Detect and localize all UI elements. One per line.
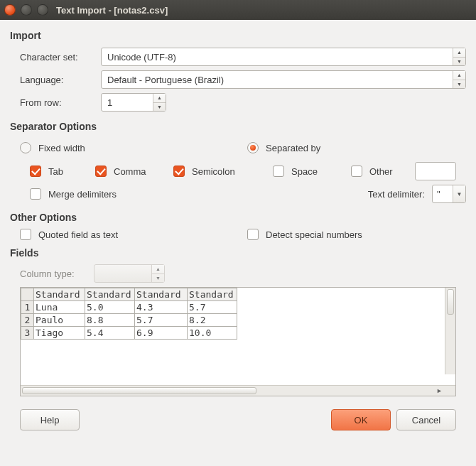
separator-mode-row: Fixed width Separated by <box>20 138 466 158</box>
comma-label: Comma <box>114 166 146 177</box>
section-import-title: Import <box>10 30 466 41</box>
table-row[interactable]: 2 Paulo 8.8 5.7 8.2 <box>21 314 237 327</box>
cancel-button[interactable]: Cancel <box>396 409 456 430</box>
dialog-body: Import Character set: Unicode (UTF-8) ▲▼… <box>0 20 476 439</box>
cell[interactable]: 5.7 <box>135 314 188 327</box>
language-value: Default - Portuguese (Brazil) <box>102 75 453 85</box>
row-number: 3 <box>21 327 34 340</box>
vertical-scrollbar[interactable] <box>445 288 455 374</box>
fromrow-input[interactable]: 1 ▲▼ <box>101 93 166 112</box>
cell[interactable]: 8.2 <box>188 314 237 327</box>
section-separator-title: Separator Options <box>10 121 466 132</box>
scroll-right-icon[interactable]: ► <box>434 386 445 396</box>
other-options-row: Quoted field as text Detect special numb… <box>20 229 466 240</box>
other-label: Other <box>369 166 393 177</box>
cell[interactable]: 6.9 <box>135 327 188 340</box>
semicolon-checkbox[interactable] <box>173 166 185 177</box>
cell[interactable]: Paulo <box>34 314 85 327</box>
table-row[interactable]: 3 Tiago 5.4 6.9 10.0 <box>21 327 237 340</box>
other-checkbox[interactable] <box>351 166 362 177</box>
quoted-as-text-label: Quoted field as text <box>38 229 118 240</box>
language-combo[interactable]: Default - Portuguese (Brazil) ▲▼ <box>101 70 466 89</box>
preview-col-header[interactable]: Standard <box>85 288 135 301</box>
separated-by-radio[interactable] <box>247 142 259 153</box>
fixed-width-label: Fixed width <box>38 143 85 153</box>
preview-col-header[interactable]: Standard <box>135 288 188 301</box>
titlebar: Text Import - [notas2.csv] <box>0 0 476 20</box>
window-close-icon[interactable] <box>4 4 16 16</box>
column-type-combo[interactable]: ▲▼ <box>94 264 165 283</box>
preview-table[interactable]: Standard Standard Standard Standard 1 Lu… <box>21 288 237 340</box>
fromrow-row: From row: 1 ▲▼ <box>20 92 466 112</box>
cell[interactable]: 5.4 <box>85 327 135 340</box>
table-row[interactable]: 1 Luna 5.0 4.3 5.7 <box>21 301 237 314</box>
cell[interactable]: 5.0 <box>85 301 135 314</box>
separated-by-label: Separated by <box>266 143 320 153</box>
fromrow-value: 1 <box>102 97 153 108</box>
row-number: 1 <box>21 301 34 314</box>
text-delimiter-value: " <box>433 189 453 200</box>
detect-special-checkbox[interactable] <box>247 229 259 240</box>
merge-delimiters-checkbox[interactable] <box>30 188 41 200</box>
quoted-as-text-checkbox[interactable] <box>20 229 31 240</box>
tab-checkbox[interactable] <box>30 166 41 177</box>
cell[interactable]: Luna <box>34 301 85 314</box>
charset-combo[interactable]: Unicode (UTF-8) ▲▼ <box>101 48 466 66</box>
fixed-width-radio[interactable] <box>20 142 31 153</box>
other-separator-input[interactable] <box>415 162 456 180</box>
preview-corner <box>21 288 34 301</box>
row-number: 2 <box>21 314 34 327</box>
window-title: Text Import - [notas2.csv] <box>56 5 168 16</box>
language-spin-icon[interactable]: ▲▼ <box>453 71 465 88</box>
preview-col-header[interactable]: Standard <box>188 288 237 301</box>
cell[interactable]: 4.3 <box>135 301 188 314</box>
merge-text-delim-row: Merge delimiters Text delimiter: " ▼ <box>30 185 466 203</box>
comma-checkbox[interactable] <box>95 166 107 177</box>
space-label: Space <box>291 166 318 177</box>
merge-delimiters-label: Merge delimiters <box>48 189 117 200</box>
detect-special-label: Detect special numbers <box>266 229 362 240</box>
scroll-corner <box>445 386 455 396</box>
text-delimiter-combo[interactable]: " ▼ <box>432 185 466 203</box>
cell[interactable]: Tiago <box>34 327 85 340</box>
fromrow-label: From row: <box>20 97 101 108</box>
horizontal-scrollbar[interactable]: ◄ ► <box>21 385 455 396</box>
cell[interactable]: 8.8 <box>85 314 135 327</box>
preview-col-header[interactable]: Standard <box>34 288 85 301</box>
column-type-spin-icon[interactable]: ▲▼ <box>151 265 164 282</box>
dialog-button-row: Help OK Cancel <box>10 396 466 430</box>
column-type-label: Column type: <box>20 269 94 279</box>
window-maximize-icon[interactable] <box>37 4 48 16</box>
charset-row: Character set: Unicode (UTF-8) ▲▼ <box>20 47 466 67</box>
separator-checks: Tab Comma Semicolon Space Other <box>30 162 466 180</box>
charset-value: Unicode (UTF-8) <box>102 52 453 63</box>
fromrow-spin-icon[interactable]: ▲▼ <box>153 94 166 111</box>
cell[interactable]: 5.7 <box>188 301 237 314</box>
semicolon-label: Semicolon <box>192 166 235 177</box>
charset-spin-icon[interactable]: ▲▼ <box>453 48 465 65</box>
ok-button[interactable]: OK <box>331 409 391 430</box>
text-delimiter-label: Text delimiter: <box>368 189 425 200</box>
help-button[interactable]: Help <box>20 409 80 430</box>
section-fields-title: Fields <box>10 247 466 259</box>
language-row: Language: Default - Portuguese (Brazil) … <box>20 70 466 90</box>
tab-label: Tab <box>48 166 63 177</box>
charset-label: Character set: <box>20 52 101 63</box>
section-other-title: Other Options <box>10 212 466 223</box>
preview-header-row: Standard Standard Standard Standard <box>21 288 237 301</box>
space-checkbox[interactable] <box>273 166 284 177</box>
preview-pane: Standard Standard Standard Standard 1 Lu… <box>20 287 456 396</box>
language-label: Language: <box>20 75 101 85</box>
cell[interactable]: 10.0 <box>188 327 237 340</box>
column-type-row: Column type: ▲▼ <box>20 264 466 283</box>
window-minimize-icon[interactable] <box>21 4 32 16</box>
chevron-down-icon[interactable]: ▼ <box>453 185 465 202</box>
